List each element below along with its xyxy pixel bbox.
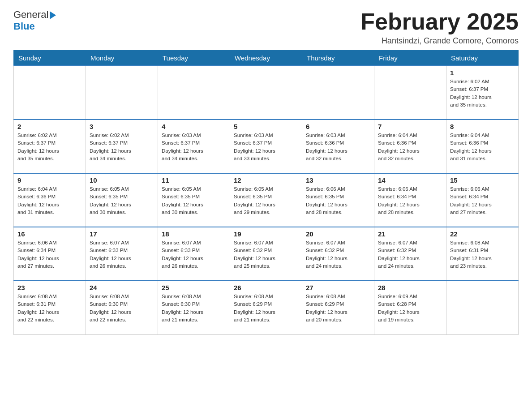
day-number: 7 <box>378 123 442 130</box>
logo: General Blue <box>13 9 56 32</box>
day-info: Sunrise: 6:03 AM Sunset: 6:36 PM Dayligh… <box>306 132 370 163</box>
calendar-cell: 28Sunrise: 6:09 AM Sunset: 6:28 PM Dayli… <box>374 281 446 334</box>
day-info: Sunrise: 6:09 AM Sunset: 6:28 PM Dayligh… <box>378 293 442 324</box>
day-info: Sunrise: 6:07 AM Sunset: 6:32 PM Dayligh… <box>378 239 442 270</box>
calendar-cell: 16Sunrise: 6:06 AM Sunset: 6:34 PM Dayli… <box>14 227 86 281</box>
day-info: Sunrise: 6:03 AM Sunset: 6:37 PM Dayligh… <box>162 132 226 163</box>
calendar-cell: 15Sunrise: 6:06 AM Sunset: 6:34 PM Dayli… <box>446 173 519 227</box>
day-number: 12 <box>234 176 298 184</box>
calendar-cell: 14Sunrise: 6:06 AM Sunset: 6:34 PM Dayli… <box>374 173 446 227</box>
day-of-week-header: Thursday <box>302 51 374 66</box>
calendar-header-row: SundayMondayTuesdayWednesdayThursdayFrid… <box>14 51 519 66</box>
day-number: 10 <box>90 176 154 184</box>
calendar-cell: 11Sunrise: 6:05 AM Sunset: 6:35 PM Dayli… <box>158 173 230 227</box>
calendar-cell: 23Sunrise: 6:08 AM Sunset: 6:31 PM Dayli… <box>14 281 86 334</box>
day-info: Sunrise: 6:05 AM Sunset: 6:35 PM Dayligh… <box>162 185 226 216</box>
day-info: Sunrise: 6:02 AM Sunset: 6:37 PM Dayligh… <box>90 132 154 163</box>
day-number: 5 <box>234 123 298 130</box>
day-number: 27 <box>306 284 370 291</box>
day-number: 6 <box>306 123 370 130</box>
calendar-cell: 8Sunrise: 6:04 AM Sunset: 6:36 PM Daylig… <box>446 120 519 173</box>
calendar-cell: 19Sunrise: 6:07 AM Sunset: 6:32 PM Dayli… <box>230 227 302 281</box>
day-info: Sunrise: 6:07 AM Sunset: 6:32 PM Dayligh… <box>234 239 298 270</box>
calendar-week-row: 1Sunrise: 6:02 AM Sunset: 6:37 PM Daylig… <box>14 66 519 120</box>
day-number: 3 <box>90 123 154 130</box>
calendar-cell: 6Sunrise: 6:03 AM Sunset: 6:36 PM Daylig… <box>302 120 374 173</box>
day-number: 24 <box>90 284 154 291</box>
calendar-week-row: 23Sunrise: 6:08 AM Sunset: 6:31 PM Dayli… <box>14 281 519 334</box>
calendar-cell <box>86 66 158 120</box>
day-info: Sunrise: 6:05 AM Sunset: 6:35 PM Dayligh… <box>90 185 154 216</box>
logo-text-blue: Blue <box>13 21 56 32</box>
logo-text-general: General <box>13 9 48 21</box>
day-info: Sunrise: 6:04 AM Sunset: 6:36 PM Dayligh… <box>378 132 442 163</box>
calendar-cell: 17Sunrise: 6:07 AM Sunset: 6:33 PM Dayli… <box>86 227 158 281</box>
day-info: Sunrise: 6:07 AM Sunset: 6:33 PM Dayligh… <box>162 239 226 270</box>
day-info: Sunrise: 6:08 AM Sunset: 6:29 PM Dayligh… <box>306 293 370 324</box>
calendar-week-row: 16Sunrise: 6:06 AM Sunset: 6:34 PM Dayli… <box>14 227 519 281</box>
day-info: Sunrise: 6:08 AM Sunset: 6:31 PM Dayligh… <box>17 293 82 324</box>
calendar-cell: 3Sunrise: 6:02 AM Sunset: 6:37 PM Daylig… <box>86 120 158 173</box>
day-number: 21 <box>378 230 442 238</box>
day-info: Sunrise: 6:06 AM Sunset: 6:34 PM Dayligh… <box>450 185 515 216</box>
calendar-cell: 10Sunrise: 6:05 AM Sunset: 6:35 PM Dayli… <box>86 173 158 227</box>
day-info: Sunrise: 6:03 AM Sunset: 6:37 PM Dayligh… <box>234 132 298 163</box>
day-info: Sunrise: 6:02 AM Sunset: 6:37 PM Dayligh… <box>17 132 82 163</box>
day-number: 2 <box>17 123 82 130</box>
day-number: 28 <box>378 284 442 291</box>
calendar-cell: 25Sunrise: 6:08 AM Sunset: 6:30 PM Dayli… <box>158 281 230 334</box>
calendar-cell <box>374 66 446 120</box>
calendar-cell: 24Sunrise: 6:08 AM Sunset: 6:30 PM Dayli… <box>86 281 158 334</box>
calendar-cell: 22Sunrise: 6:08 AM Sunset: 6:31 PM Dayli… <box>446 227 519 281</box>
day-number: 20 <box>306 230 370 238</box>
day-of-week-header: Monday <box>86 51 158 66</box>
day-number: 23 <box>17 284 82 291</box>
calendar-cell: 26Sunrise: 6:08 AM Sunset: 6:29 PM Dayli… <box>230 281 302 334</box>
day-info: Sunrise: 6:06 AM Sunset: 6:35 PM Dayligh… <box>306 185 370 216</box>
calendar-cell: 13Sunrise: 6:06 AM Sunset: 6:35 PM Dayli… <box>302 173 374 227</box>
calendar-week-row: 9Sunrise: 6:04 AM Sunset: 6:36 PM Daylig… <box>14 173 519 227</box>
calendar-cell <box>302 66 374 120</box>
day-info: Sunrise: 6:08 AM Sunset: 6:29 PM Dayligh… <box>234 293 298 324</box>
calendar-cell: 4Sunrise: 6:03 AM Sunset: 6:37 PM Daylig… <box>158 120 230 173</box>
month-title: February 2025 <box>360 9 519 34</box>
day-number: 22 <box>450 230 515 238</box>
day-number: 26 <box>234 284 298 291</box>
calendar-cell: 27Sunrise: 6:08 AM Sunset: 6:29 PM Dayli… <box>302 281 374 334</box>
day-info: Sunrise: 6:02 AM Sunset: 6:37 PM Dayligh… <box>450 78 515 109</box>
day-of-week-header: Wednesday <box>230 51 302 66</box>
day-info: Sunrise: 6:08 AM Sunset: 6:30 PM Dayligh… <box>162 293 226 324</box>
calendar-cell: 12Sunrise: 6:05 AM Sunset: 6:35 PM Dayli… <box>230 173 302 227</box>
day-of-week-header: Saturday <box>446 51 519 66</box>
day-number: 13 <box>306 176 370 184</box>
day-info: Sunrise: 6:08 AM Sunset: 6:30 PM Dayligh… <box>90 293 154 324</box>
day-of-week-header: Friday <box>374 51 446 66</box>
day-info: Sunrise: 6:08 AM Sunset: 6:31 PM Dayligh… <box>450 239 515 270</box>
day-number: 17 <box>90 230 154 238</box>
day-info: Sunrise: 6:05 AM Sunset: 6:35 PM Dayligh… <box>234 185 298 216</box>
location-subtitle: Hantsindzi, Grande Comore, Comoros <box>360 36 519 46</box>
calendar-cell: 9Sunrise: 6:04 AM Sunset: 6:36 PM Daylig… <box>14 173 86 227</box>
calendar-cell: 2Sunrise: 6:02 AM Sunset: 6:37 PM Daylig… <box>14 120 86 173</box>
day-info: Sunrise: 6:07 AM Sunset: 6:33 PM Dayligh… <box>90 239 154 270</box>
day-number: 18 <box>162 230 226 238</box>
day-number: 14 <box>378 176 442 184</box>
page-header: General Blue February 2025 Hantsindzi, G… <box>13 9 519 46</box>
calendar-cell: 18Sunrise: 6:07 AM Sunset: 6:33 PM Dayli… <box>158 227 230 281</box>
calendar-table: SundayMondayTuesdayWednesdayThursdayFrid… <box>13 50 519 335</box>
calendar-cell: 20Sunrise: 6:07 AM Sunset: 6:32 PM Dayli… <box>302 227 374 281</box>
day-number: 19 <box>234 230 298 238</box>
day-number: 15 <box>450 176 515 184</box>
day-number: 8 <box>450 123 515 130</box>
calendar-cell <box>230 66 302 120</box>
calendar-cell <box>14 66 86 120</box>
day-number: 16 <box>17 230 82 238</box>
day-number: 9 <box>17 176 82 184</box>
calendar-cell: 21Sunrise: 6:07 AM Sunset: 6:32 PM Dayli… <box>374 227 446 281</box>
logo-arrow-icon <box>50 11 56 19</box>
day-of-week-header: Tuesday <box>158 51 230 66</box>
day-info: Sunrise: 6:06 AM Sunset: 6:34 PM Dayligh… <box>17 239 82 270</box>
calendar-week-row: 2Sunrise: 6:02 AM Sunset: 6:37 PM Daylig… <box>14 120 519 173</box>
day-number: 25 <box>162 284 226 291</box>
calendar-cell: 1Sunrise: 6:02 AM Sunset: 6:37 PM Daylig… <box>446 66 519 120</box>
